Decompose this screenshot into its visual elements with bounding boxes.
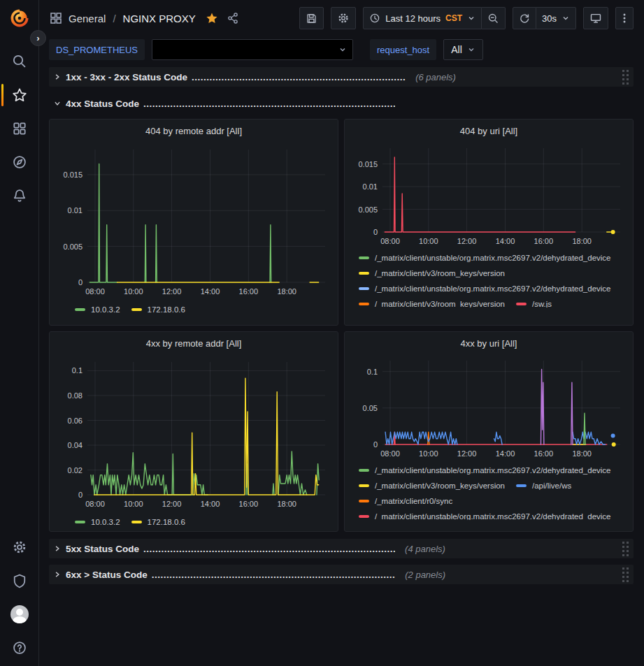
legend-item[interactable]: /_matrix/client/unstable/org.matrix.msc2… [359, 510, 611, 520]
sidebar-item-help[interactable] [0, 631, 38, 665]
drag-handle-icon[interactable] [620, 540, 631, 558]
drag-handle-icon[interactable] [620, 68, 631, 86]
dashboard-title: NGINX PROXY [123, 13, 196, 24]
svg-text:0.08: 0.08 [68, 391, 83, 400]
legend-label: /_matrix/client/unstable/org.matrix.msc2… [375, 466, 611, 475]
legend-item[interactable]: /_matrix/client/v3/room_keys/version [359, 298, 505, 307]
chart-legend: /_matrix/client/unstable/org.matrix.msc2… [359, 464, 627, 520]
timeseries-chart-404-by-remote-addr[interactable]: 00.0050.010.01508:0010:0012:0014:0016:00… [55, 143, 329, 299]
datasource-variable-select[interactable] [152, 39, 353, 60]
legend-item[interactable]: 10.0.3.2 [75, 516, 120, 528]
chart-legend: /_matrix/client/unstable/org.matrix.msc2… [359, 252, 627, 307]
row-title: 1xx - 3xx - 2xx Status Code [66, 72, 187, 82]
row-5xx-status-code[interactable]: 5xx Status Code ........................… [49, 539, 634, 558]
legend-item[interactable]: /_matrix/client/v3/room_keys/version [359, 479, 505, 492]
sidebar-item-configuration[interactable] [0, 530, 38, 564]
zoom-out-time-button[interactable] [482, 7, 506, 29]
time-range-picker[interactable]: Last 12 hours CST [363, 7, 482, 29]
sidebar-item-explore[interactable] [0, 145, 38, 179]
timeseries-chart-404-by-uri[interactable]: 00.0050.010.01508:0010:0012:0014:0016:00… [350, 143, 624, 249]
kebab-menu-button[interactable] [615, 7, 634, 29]
save-dashboard-button[interactable] [299, 7, 324, 29]
panel-title[interactable]: 404 by remote addr [All] [55, 123, 332, 140]
tv-mode-button[interactable] [583, 7, 608, 29]
request-host-variable-label[interactable]: request_host [370, 39, 436, 60]
panel-4xx-by-remote-addr: 4xx by remote addr [All] 00.020.040.060.… [49, 331, 338, 532]
apps-grid-icon [49, 11, 63, 25]
refresh-button[interactable] [513, 7, 536, 29]
share-icon[interactable] [227, 12, 239, 24]
timeseries-chart-4xx-by-uri[interactable]: 00.050.108:0010:0012:0014:0016:0018:00 [350, 355, 624, 461]
svg-text:18:00: 18:00 [572, 449, 592, 458]
shield-icon [12, 573, 27, 588]
chart-legend: 10.0.3.2172.18.0.6 [75, 303, 332, 319]
time-range-label: Last 12 hours [385, 13, 441, 24]
legend-item[interactable]: /_matrix/client/unstable/org.matrix.msc2… [359, 464, 611, 477]
sidebar-item-alerting[interactable] [0, 179, 38, 212]
row-title-dots: ........................................… [192, 72, 406, 82]
row-title: 6xx > Status Code [66, 570, 148, 580]
row-1xx-3xx-2xx-status-code[interactable]: 1xx - 3xx - 2xx Status Code ............… [49, 67, 634, 87]
legend-item[interactable]: /api/live/ws [516, 479, 571, 492]
svg-text:0.04: 0.04 [68, 441, 83, 449]
refresh-interval-label: 30s [542, 13, 557, 24]
svg-text:08:00: 08:00 [380, 449, 400, 458]
legend-item[interactable]: /_matrix/client/unstable/org.matrix.msc2… [359, 282, 611, 295]
svg-text:14:00: 14:00 [201, 500, 220, 508]
chevron-right-icon [53, 73, 62, 80]
svg-text:0.1: 0.1 [72, 366, 83, 375]
legend-swatch [359, 515, 369, 518]
svg-text:12:00: 12:00 [457, 237, 477, 245]
legend-item[interactable]: 172.18.0.6 [131, 303, 185, 316]
legend-label: /_matrix/client/v3/room_keys/version [375, 482, 505, 490]
bell-icon [12, 188, 27, 203]
svg-text:16:00: 16:00 [534, 449, 554, 458]
datasource-variable-label[interactable]: DS_PROMETHEUS [49, 39, 145, 60]
legend-swatch [359, 303, 369, 305]
sidebar-item-starred[interactable] [0, 78, 38, 112]
svg-text:16:00: 16:00 [534, 237, 554, 245]
svg-text:10:00: 10:00 [419, 449, 438, 458]
svg-text:0.005: 0.005 [358, 205, 378, 214]
legend-item[interactable]: /_matrix/client/v3/room_keys/version [359, 267, 505, 280]
legend-label: 10.0.3.2 [91, 305, 120, 314]
panel-title[interactable]: 404 by uri [All] [350, 123, 627, 140]
dashboard-topbar: General / NGINX PROXY [39, 0, 644, 36]
legend-item[interactable]: /_matrix/client/unstable/org.matrix.msc2… [359, 252, 611, 264]
drag-handle-icon[interactable] [620, 565, 631, 584]
legend-item[interactable]: 10.0.3.2 [75, 303, 120, 316]
legend-label: /api/live/ws [532, 482, 571, 490]
sidebar-item-server-admin[interactable] [0, 564, 38, 598]
panel-grid: 404 by remote addr [All] 00.0050.010.015… [49, 119, 634, 532]
svg-text:12:00: 12:00 [457, 449, 477, 458]
row-6xx-status-code[interactable]: 6xx > Status Code ......................… [49, 565, 634, 584]
legend-item[interactable]: /sw.js [516, 298, 552, 307]
row-title-dots: ........................................… [143, 99, 395, 109]
legend-swatch [75, 308, 85, 311]
panel-title[interactable]: 4xx by uri [All] [350, 335, 627, 352]
dashboard-settings-button[interactable] [331, 7, 356, 29]
svg-text:0: 0 [78, 278, 83, 287]
legend-item[interactable]: 172.18.0.6 [131, 516, 185, 528]
sidebar-item-profile[interactable] [0, 598, 38, 631]
breadcrumb-section[interactable]: General [69, 13, 106, 24]
sidebar-expand-button[interactable]: › [30, 30, 46, 46]
star-icon [12, 87, 27, 103]
sidebar-item-search[interactable] [0, 45, 38, 78]
row-panel-count: (6 panels) [415, 72, 456, 82]
legend-label: /sw.js [532, 300, 552, 307]
legend-label: /_matrix/client/unstable/org.matrix.msc2… [375, 284, 611, 293]
grafana-logo[interactable] [0, 0, 38, 36]
apps-grid-icon [12, 121, 27, 136]
row-4xx-status-code[interactable]: 4xx Status Code ........................… [49, 94, 634, 113]
refresh-interval-picker[interactable]: 30s [536, 7, 576, 29]
legend-item[interactable]: /_matrix/client/r0/sync [359, 495, 452, 507]
sidebar-item-dashboards[interactable] [0, 112, 38, 145]
request-host-variable-select[interactable]: All [443, 39, 483, 60]
user-avatar [10, 605, 29, 623]
legend-swatch [359, 469, 369, 472]
panel-title[interactable]: 4xx by remote addr [All] [55, 335, 332, 352]
timeseries-chart-4xx-by-remote-addr[interactable]: 00.020.040.060.080.108:0010:0012:0014:00… [55, 355, 329, 512]
favorite-star-icon[interactable] [206, 12, 218, 24]
legend-swatch [359, 272, 369, 275]
